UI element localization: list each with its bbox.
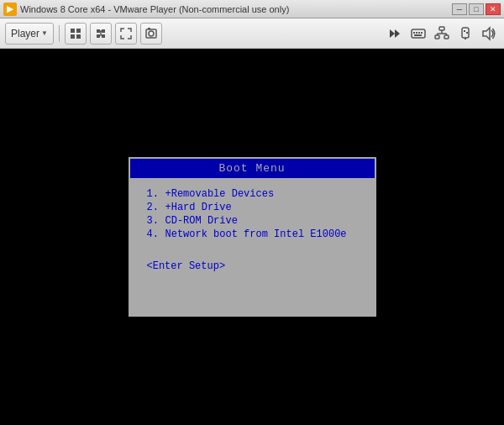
svg-rect-23 [444, 35, 449, 39]
bios-menu-item: 1.+Removable Devices [147, 188, 358, 200]
svg-rect-6 [97, 34, 100, 38]
svg-rect-3 [76, 34, 81, 39]
player-menu-button[interactable]: Player ▼ [5, 23, 54, 45]
svg-rect-2 [71, 34, 75, 39]
screenshot-icon [145, 28, 157, 39]
network-settings-button[interactable] [432, 24, 452, 44]
minimize-button[interactable]: ─ [452, 3, 467, 15]
vmware-icon: ▶ [3, 3, 17, 16]
grid-view-button[interactable] [65, 23, 87, 45]
forward-icon-btn[interactable] [385, 24, 405, 44]
bios-item-label: +Removable Devices [165, 188, 275, 200]
svg-marker-14 [395, 29, 400, 38]
svg-rect-31 [466, 32, 468, 34]
fullscreen-icon [120, 28, 132, 39]
bios-item-label: +Hard Drive [165, 202, 232, 213]
window-controls: ─ □ ✕ [452, 3, 501, 15]
svg-rect-7 [102, 34, 105, 38]
fullscreen-button[interactable] [115, 23, 137, 45]
screenshot-button[interactable] [140, 23, 162, 45]
bios-menu-item: 3. CD-ROM Drive [147, 215, 358, 227]
connect-button[interactable] [90, 23, 112, 45]
toolbar: Player ▼ [0, 18, 504, 49]
bios-menu-item: 2.+Hard Drive [147, 202, 358, 213]
bios-item-number: 2. [147, 202, 165, 213]
bios-item-label: Network boot from Intel E1000e [165, 228, 347, 240]
bios-enter-setup: <Enter Setup> [130, 260, 375, 272]
bios-boot-menu: Boot Menu 1.+Removable Devices2.+Hard Dr… [129, 157, 376, 317]
svg-rect-1 [76, 29, 81, 33]
sound-icon [481, 26, 496, 41]
svg-rect-0 [71, 29, 75, 33]
removable-devices-button[interactable] [455, 24, 475, 44]
bios-item-number: 3. [147, 215, 165, 227]
svg-rect-18 [418, 32, 420, 34]
bios-content: 1.+Removable Devices2.+Hard Drive3. CD-R… [130, 178, 375, 250]
connect-icon [95, 28, 107, 39]
title-bar: ▶ Windows 8 Core x64 - VMware Player (No… [0, 0, 504, 18]
player-label: Player [11, 28, 39, 39]
svg-rect-20 [414, 34, 422, 36]
usb-icon [458, 26, 473, 41]
svg-rect-4 [97, 29, 100, 33]
bios-item-number: 1. [147, 188, 165, 200]
sound-button[interactable] [479, 24, 499, 44]
bios-menu-item: 4. Network boot from Intel E1000e [147, 228, 358, 240]
keyboard-icon [411, 26, 426, 41]
window-title: Windows 8 Core x64 - VMware Player (Non-… [20, 4, 289, 14]
vm-display[interactable]: Boot Menu 1.+Removable Devices2.+Hard Dr… [0, 49, 504, 425]
forward-icon [389, 28, 401, 39]
toolbar-right [385, 24, 499, 44]
svg-rect-30 [464, 30, 465, 32]
network-icon [434, 26, 449, 41]
svg-rect-21 [439, 27, 444, 30]
grid-icon [70, 28, 81, 39]
svg-marker-13 [390, 29, 395, 38]
svg-marker-32 [483, 28, 490, 39]
send-ctrl-alt-del-button[interactable] [408, 24, 428, 44]
bios-item-number: 4. [147, 228, 165, 240]
svg-rect-19 [421, 32, 423, 34]
svg-rect-22 [435, 35, 439, 39]
svg-rect-11 [148, 28, 150, 29]
svg-rect-17 [416, 32, 417, 34]
bios-title: Boot Menu [130, 159, 375, 178]
chevron-down-icon: ▼ [41, 29, 48, 37]
bios-item-label: CD-ROM Drive [165, 215, 238, 227]
svg-point-12 [149, 31, 154, 36]
close-button[interactable]: ✕ [486, 3, 501, 15]
title-bar-left: ▶ Windows 8 Core x64 - VMware Player (No… [3, 3, 289, 16]
maximize-button[interactable]: □ [469, 3, 484, 15]
toolbar-separator-1 [59, 25, 60, 42]
svg-rect-16 [413, 32, 415, 34]
svg-rect-5 [102, 29, 105, 33]
